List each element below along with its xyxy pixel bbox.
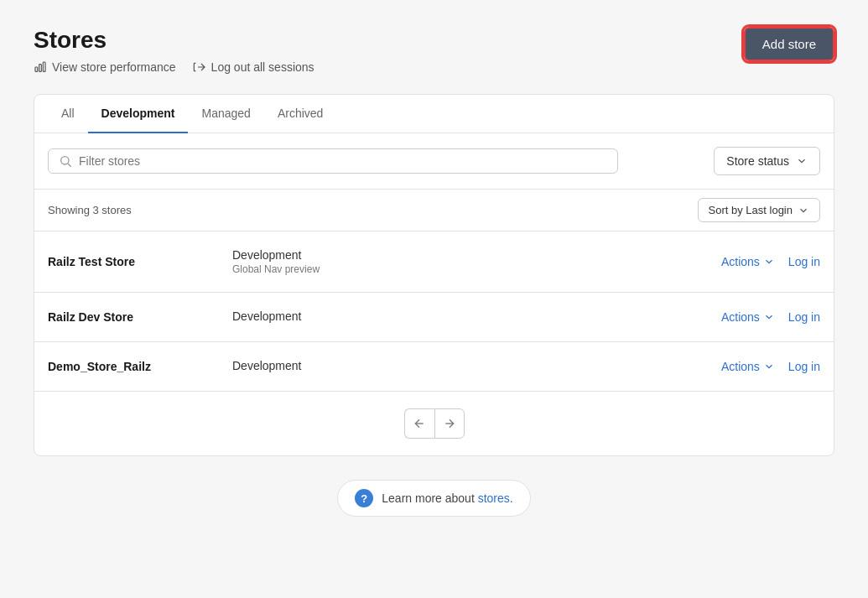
login-link[interactable]: Log in	[788, 255, 820, 268]
help-pill: ? Learn more about stores.	[337, 480, 530, 517]
pagination	[34, 392, 834, 455]
svg-line-4	[68, 164, 71, 167]
store-type: Development	[232, 248, 721, 262]
search-input[interactable]	[79, 154, 607, 168]
toolbar: Store status	[34, 133, 834, 190]
store-subtitle: Global Nav preview	[232, 263, 721, 275]
chevron-down-icon	[763, 361, 775, 372]
store-status-label: Store status	[726, 154, 789, 168]
actions-label: Actions	[721, 310, 760, 324]
tab-all[interactable]: All	[48, 95, 88, 133]
table-row: Railz Dev Store Development Actions Log …	[34, 293, 834, 342]
stores-count: Showing 3 stores	[48, 204, 132, 216]
help-bar: ? Learn more about stores.	[34, 480, 834, 517]
table-row: Demo_Store_Railz Development Actions Log…	[34, 342, 834, 392]
help-icon: ?	[355, 489, 373, 507]
next-page-button[interactable]	[434, 408, 465, 439]
chevron-down-icon	[763, 256, 775, 268]
store-name: Demo_Store_Railz	[48, 360, 232, 373]
login-link[interactable]: Log in	[788, 310, 820, 324]
table-row: Railz Test Store Development Global Nav …	[34, 231, 834, 293]
chart-icon	[34, 60, 47, 74]
sort-icon	[798, 205, 809, 216]
view-performance-label: View store performance	[52, 60, 176, 74]
logout-label: Log out all sessions	[211, 60, 314, 74]
store-name: Railz Dev Store	[48, 310, 232, 324]
actions-label: Actions	[721, 360, 760, 373]
store-actions: Actions Log in	[721, 255, 820, 268]
tab-archived[interactable]: Archived	[264, 95, 336, 133]
help-link[interactable]: stores.	[478, 491, 513, 505]
svg-rect-2	[43, 62, 45, 71]
page-title: Stores	[34, 27, 314, 54]
sort-label: Sort by Last login	[709, 204, 793, 216]
store-type: Development	[232, 359, 721, 372]
login-link[interactable]: Log in	[788, 360, 820, 373]
arrow-right-icon	[443, 417, 456, 430]
store-status-button[interactable]: Store status	[714, 147, 820, 175]
actions-button[interactable]: Actions	[721, 255, 775, 268]
actions-button[interactable]: Actions	[721, 360, 775, 373]
arrow-left-icon	[413, 417, 426, 430]
help-text: Learn more about stores.	[382, 491, 512, 505]
chevron-down-icon	[796, 155, 808, 167]
store-actions: Actions Log in	[721, 310, 820, 324]
tabs-bar: All Development Managed Archived	[34, 95, 834, 133]
view-performance-link[interactable]: View store performance	[34, 60, 176, 74]
store-actions: Actions Log in	[721, 360, 820, 373]
sort-button[interactable]: Sort by Last login	[698, 198, 820, 222]
logout-icon	[193, 60, 206, 74]
main-card: All Development Managed Archived Store s…	[34, 94, 834, 456]
prev-page-button[interactable]	[404, 408, 434, 439]
chevron-down-icon	[763, 311, 775, 323]
store-name: Railz Test Store	[48, 255, 232, 268]
logout-link[interactable]: Log out all sessions	[193, 60, 314, 74]
actions-button[interactable]: Actions	[721, 310, 775, 324]
svg-rect-1	[39, 65, 42, 72]
tab-development[interactable]: Development	[88, 95, 189, 133]
tab-managed[interactable]: Managed	[188, 95, 263, 133]
search-wrap	[48, 148, 618, 174]
svg-point-3	[61, 157, 69, 164]
count-row: Showing 3 stores Sort by Last login	[34, 190, 834, 231]
svg-rect-0	[35, 67, 38, 71]
add-store-button[interactable]: Add store	[744, 27, 834, 61]
search-icon	[59, 154, 72, 168]
store-type: Development	[232, 309, 721, 323]
actions-label: Actions	[721, 255, 760, 268]
